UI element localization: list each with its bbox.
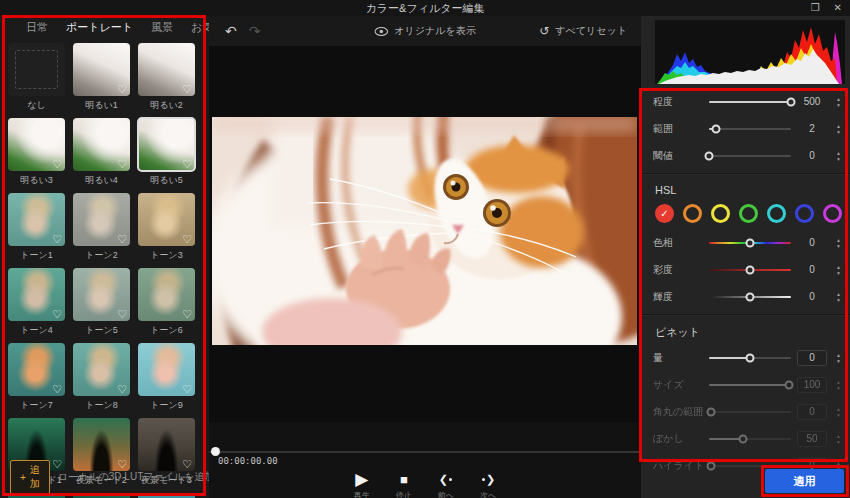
degree-value[interactable]: 500 — [797, 96, 827, 107]
favorite-heart-icon[interactable]: ♡ — [117, 159, 127, 170]
threshold-slider[interactable] — [709, 155, 791, 157]
favorite-heart-icon[interactable]: ♡ — [52, 159, 62, 170]
hue-value[interactable]: 0 — [797, 237, 827, 248]
vignette-amount-slider[interactable] — [709, 357, 791, 359]
favorite-heart-icon[interactable]: ♡ — [182, 84, 192, 95]
favorite-heart-icon[interactable]: ♡ — [117, 234, 127, 245]
favorite-heart-icon[interactable]: ♡ — [182, 309, 192, 320]
luminance-value[interactable]: 0 — [797, 291, 827, 302]
play-button[interactable]: ▶ 再生 — [354, 470, 370, 498]
preset-tone1[interactable]: ♡ トーン1 — [8, 193, 65, 262]
seek-bar[interactable] — [209, 451, 641, 453]
tab-portrait[interactable]: ポートレート — [66, 20, 133, 35]
slider-thumb[interactable] — [746, 238, 755, 247]
show-original-button[interactable]: オリジナルを表示 — [374, 24, 475, 38]
slider-thumb[interactable] — [711, 124, 720, 133]
luminance-stepper[interactable]: ▲▼ — [833, 292, 844, 302]
degree-slider[interactable] — [709, 101, 791, 103]
saturation-value[interactable]: 0 — [797, 264, 827, 275]
favorite-heart-icon[interactable]: ♡ — [117, 309, 127, 320]
tab-landscape[interactable]: 風景 — [151, 20, 173, 35]
hsl-cyan-swatch[interactable] — [767, 204, 786, 223]
preset-thumbnail[interactable]: ♡ — [138, 118, 195, 171]
favorite-heart-icon[interactable]: ♡ — [52, 309, 62, 320]
threshold-value[interactable]: 0 — [797, 150, 827, 161]
preset-thumbnail[interactable] — [8, 43, 65, 96]
reset-all-button[interactable]: ↺ すべてリセット — [539, 24, 627, 38]
undo-icon[interactable]: ↶ — [225, 24, 237, 38]
hsl-blue-swatch[interactable] — [795, 204, 814, 223]
preset-thumbnail[interactable]: ♡ — [138, 43, 195, 96]
hue-stepper[interactable]: ▲▼ — [833, 238, 844, 248]
slider-label: 範囲 — [653, 122, 703, 136]
preset-tone3[interactable]: ♡ トーン3 — [138, 193, 195, 262]
preview-image — [212, 117, 637, 345]
preset-bright2[interactable]: ♡ 明るい2 — [138, 43, 195, 112]
preset-thumbnail[interactable]: ♡ — [8, 118, 65, 171]
stop-button[interactable]: ■ 停止 — [396, 470, 412, 498]
preset-thumbnail[interactable]: ♡ — [138, 193, 195, 246]
preset-bright4[interactable]: ♡ 明るい4 — [73, 118, 130, 187]
saturation-slider[interactable] — [709, 269, 791, 271]
hsl-orange-swatch[interactable] — [683, 204, 702, 223]
favorite-heart-icon[interactable]: ♡ — [182, 234, 192, 245]
luminance-slider[interactable] — [709, 296, 791, 298]
favorite-heart-icon[interactable]: ♡ — [52, 234, 62, 245]
vignette-amount-value[interactable]: 0 — [797, 350, 827, 366]
favorite-heart-icon[interactable]: ♡ — [182, 159, 192, 170]
preset-tone9[interactable]: ♡ トーン9 — [138, 343, 195, 412]
saturation-stepper[interactable]: ▲▼ — [833, 265, 844, 275]
restore-icon[interactable]: ❐ — [811, 1, 820, 15]
tab-daily[interactable]: 日常 — [26, 20, 48, 35]
preset-tone6[interactable]: ♡ トーン6 — [138, 268, 195, 337]
apply-button[interactable]: 適用 — [765, 469, 844, 493]
preset-thumbnail[interactable]: ♡ — [138, 343, 195, 396]
preset-thumbnail[interactable]: ♡ — [73, 343, 130, 396]
preset-thumbnail[interactable]: ♡ — [138, 268, 195, 321]
preset-thumbnail[interactable]: ♡ — [73, 268, 130, 321]
slider-thumb[interactable] — [705, 151, 714, 160]
hsl-yellow-swatch[interactable] — [711, 204, 730, 223]
preset-thumbnail[interactable]: ♡ — [8, 268, 65, 321]
tab-favorites[interactable]: お気に入り — [191, 20, 209, 35]
range-stepper[interactable]: ▲▼ — [833, 124, 844, 134]
favorite-heart-icon[interactable]: ♡ — [117, 384, 127, 395]
slider-thumb[interactable] — [787, 97, 796, 106]
favorite-heart-icon[interactable]: ♡ — [117, 84, 127, 95]
hsl-green-swatch[interactable] — [739, 204, 758, 223]
preset-bright3[interactable]: ♡ 明るい3 — [8, 118, 65, 187]
preset-thumbnail[interactable]: ♡ — [73, 118, 130, 171]
next-icon: ❯ — [481, 470, 495, 488]
slider-thumb[interactable] — [746, 292, 755, 301]
prev-button[interactable]: ❮ 前へ — [438, 470, 454, 498]
playhead[interactable] — [211, 447, 220, 456]
redo-icon[interactable]: ↷ — [249, 24, 261, 38]
preset-tone4[interactable]: ♡ トーン4 — [8, 268, 65, 337]
preset-thumbnail[interactable]: ♡ — [8, 193, 65, 246]
hue-slider[interactable] — [709, 242, 791, 244]
preset-bright1[interactable]: ♡ 明るい1 — [73, 43, 130, 112]
degree-stepper[interactable]: ▲▼ — [833, 97, 844, 107]
preset-thumbnail[interactable]: ♡ — [73, 193, 130, 246]
favorite-heart-icon[interactable]: ♡ — [52, 384, 62, 395]
hsl-red-swatch-selected[interactable]: ✓ — [655, 204, 674, 223]
preset-tone5[interactable]: ♡ トーン5 — [73, 268, 130, 337]
preset-none[interactable]: なし — [8, 43, 65, 112]
range-slider[interactable] — [709, 128, 791, 130]
threshold-stepper[interactable]: ▲▼ — [833, 151, 844, 161]
vignette-amount-stepper[interactable]: ▲▼ — [833, 353, 844, 363]
preset-tone7[interactable]: ♡ トーン7 — [8, 343, 65, 412]
preset-thumbnail[interactable]: ♡ — [8, 343, 65, 396]
close-icon[interactable]: ✕ — [834, 1, 842, 15]
add-lut-button[interactable]: + 追加 — [10, 460, 50, 494]
slider-thumb[interactable] — [746, 353, 755, 362]
favorite-heart-icon[interactable]: ♡ — [182, 384, 192, 395]
preset-tone2[interactable]: ♡ トーン2 — [73, 193, 130, 262]
preset-bright5-selected[interactable]: ♡ 明るい5 — [138, 118, 195, 187]
hsl-magenta-swatch[interactable] — [823, 204, 842, 223]
slider-thumb[interactable] — [746, 265, 755, 274]
next-button[interactable]: ❯ 次へ — [480, 470, 496, 498]
range-value[interactable]: 2 — [797, 123, 827, 134]
preset-tone8[interactable]: ♡ トーン8 — [73, 343, 130, 412]
preset-thumbnail[interactable]: ♡ — [73, 43, 130, 96]
